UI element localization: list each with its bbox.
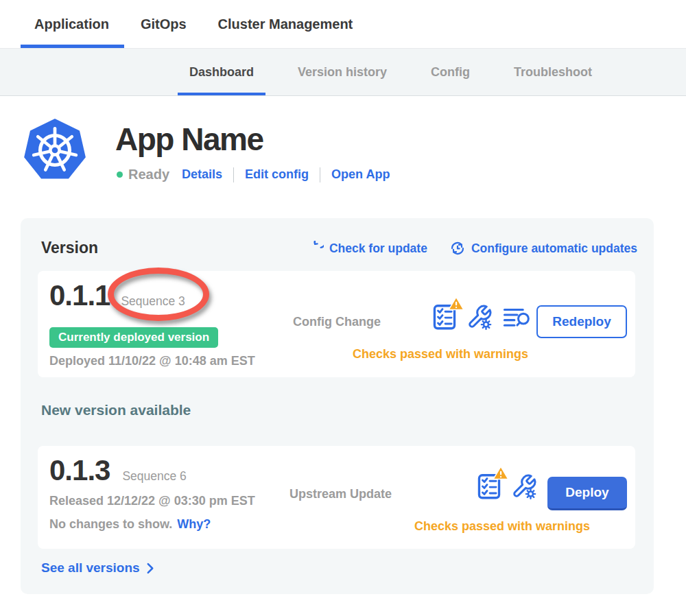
warning-triangle-icon: [448, 296, 464, 313]
configure-automatic-updates-link[interactable]: Configure automatic updates: [449, 240, 637, 257]
current-version-icons: [433, 304, 542, 330]
available-checks-status: Checks passed with warnings: [368, 519, 636, 534]
wrench-gear-icon[interactable]: [466, 304, 493, 330]
version-actions: Check for update Configure automatic upd…: [286, 240, 637, 257]
chevron-right-icon: [146, 562, 154, 574]
tab-troubleshoot[interactable]: Troubleshoot: [502, 49, 604, 95]
details-link[interactable]: Details: [182, 167, 222, 182]
check-for-update-link[interactable]: Check for update: [308, 241, 427, 257]
app-status-row: Ready Details Edit config Open App: [117, 167, 390, 182]
check-for-update-label: Check for update: [329, 241, 427, 256]
see-all-versions-label: See all versions: [41, 560, 140, 576]
top-nav-application[interactable]: Application: [34, 0, 109, 48]
new-version-available-heading: New version available: [41, 402, 191, 418]
status-dot-icon: [117, 171, 123, 178]
available-version-card: 0.1.3 Sequence 6 Released 12/12/22 @ 03:…: [38, 446, 635, 549]
top-nav-cluster-management[interactable]: Cluster Management: [218, 0, 353, 48]
divider: [320, 167, 320, 182]
no-changes-row: No changes to show. Why?: [49, 517, 211, 532]
current-version-row: 0.1.1 Sequence 3: [49, 279, 185, 312]
current-checks-status: Checks passed with warnings: [300, 347, 581, 362]
currently-deployed-badge: Currently deployed version: [49, 327, 218, 348]
wrench-gear-icon[interactable]: [511, 473, 537, 499]
divider: [233, 167, 234, 182]
view-files-search-icon[interactable]: [503, 306, 532, 329]
edit-config-link[interactable]: Edit config: [245, 167, 309, 182]
current-version-number: 0.1.1: [49, 279, 110, 312]
refresh-icon: [308, 241, 324, 257]
available-version-source: Upstream Update: [289, 487, 392, 501]
available-version-number: 0.1.3: [49, 454, 110, 487]
available-version-sequence: Sequence 6: [122, 469, 186, 484]
released-timestamp: Released 12/12/22 @ 03:30 pm EST: [49, 494, 255, 508]
current-version-sequence: Sequence 3: [121, 294, 185, 309]
status-label: Ready: [128, 167, 169, 182]
current-version-card: 0.1.1 Sequence 3 Currently deployed vers…: [38, 271, 635, 377]
schedule-refresh-icon: [449, 240, 466, 257]
configure-automatic-updates-label: Configure automatic updates: [471, 241, 637, 256]
top-nav: Application GitOps Cluster Management: [0, 0, 686, 49]
redeploy-button[interactable]: Redeploy: [536, 305, 627, 338]
version-section-title: Version: [41, 239, 98, 257]
available-version-row: 0.1.3 Sequence 6: [49, 454, 187, 487]
no-changes-label: No changes to show.: [49, 517, 172, 532]
warning-triangle-icon: [493, 466, 509, 483]
top-nav-gitops[interactable]: GitOps: [141, 0, 187, 48]
version-section-card: Version Check for update Configure autom…: [21, 218, 654, 594]
available-version-icons: [477, 473, 547, 499]
app-title: App Name: [115, 121, 263, 158]
tab-version-history[interactable]: Version history: [286, 49, 399, 95]
admin-console-page: Application GitOps Cluster Management Da…: [0, 0, 686, 616]
current-version-source: Config Change: [293, 315, 381, 329]
tab-config[interactable]: Config: [419, 49, 482, 95]
preflight-checks-icon[interactable]: [477, 473, 501, 499]
deployed-timestamp: Deployed 11/10/22 @ 10:48 am EST: [49, 354, 255, 368]
deploy-button[interactable]: Deploy: [547, 477, 627, 510]
preflight-checks-icon[interactable]: [433, 304, 456, 330]
open-app-link[interactable]: Open App: [331, 167, 390, 182]
tab-dashboard[interactable]: Dashboard: [178, 49, 265, 95]
see-all-versions-link[interactable]: See all versions: [41, 560, 154, 576]
why-link[interactable]: Why?: [177, 517, 211, 532]
app-sub-nav: Dashboard Version history Config Trouble…: [0, 49, 686, 96]
kubernetes-logo-icon: [23, 118, 87, 185]
